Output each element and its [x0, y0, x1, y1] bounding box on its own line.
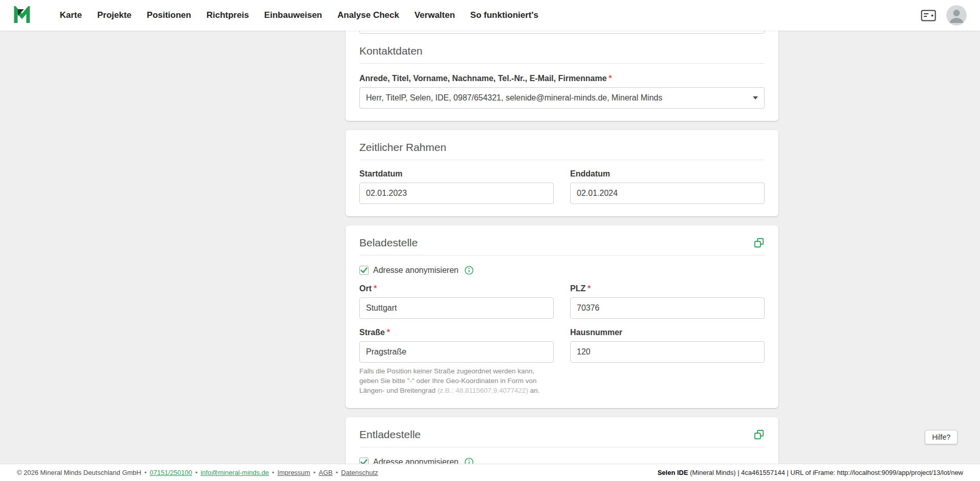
- beladestelle-plz-input[interactable]: [570, 297, 765, 319]
- ort-label-text: Ort: [359, 284, 372, 293]
- startdatum-field: Startdatum: [359, 169, 554, 204]
- copy-icon[interactable]: [753, 237, 765, 248]
- footer-separator: •: [313, 469, 316, 476]
- footer-separator: •: [144, 469, 147, 476]
- hausnummer-label: Hausnummer: [570, 328, 765, 337]
- nav-item-karte[interactable]: Karte: [52, 6, 89, 25]
- checkbox-checked-icon[interactable]: [359, 458, 369, 464]
- footer-phone-link[interactable]: 07151/250100: [150, 469, 192, 476]
- required-asterisk: *: [609, 74, 612, 83]
- info-icon[interactable]: [464, 266, 474, 275]
- nav-right-actions: [921, 5, 967, 26]
- footer-session-info: (Mineral Minds) | 4ca461557144 | URL of …: [688, 469, 963, 476]
- nav-item-richtpreis[interactable]: Richtpreis: [199, 6, 256, 25]
- kontaktdaten-card: Kontaktdaten Anrede, Titel, Vorname, Nac…: [346, 31, 778, 121]
- footer-user-name: Selen IDE: [657, 469, 688, 476]
- entladestelle-card: Entladestelle Adresse anonymisieren: [346, 417, 778, 464]
- divider: [359, 447, 765, 447]
- footer-left: © 2026 Mineral Minds Deutschland GmbH • …: [17, 469, 378, 476]
- contact-field-label: Anrede, Titel, Vorname, Nachname, Tel.-N…: [359, 74, 765, 83]
- beladestelle-ort-field: Ort*: [359, 284, 554, 319]
- mineral-minds-logo-icon: [13, 6, 33, 24]
- terminal-icon[interactable]: [921, 10, 936, 21]
- entladestelle-heading-row: Entladestelle: [359, 428, 765, 441]
- truncated-top-input[interactable]: [359, 31, 765, 34]
- footer-separator: •: [195, 469, 198, 476]
- divider: [359, 160, 765, 160]
- divider: [359, 63, 765, 64]
- beladestelle-hausnummer-field: Hausnummer: [570, 328, 765, 363]
- nav-item-verwalten[interactable]: Verwalten: [407, 6, 462, 25]
- enddatum-input[interactable]: [570, 183, 765, 204]
- kontaktdaten-heading: Kontaktdaten: [359, 45, 765, 57]
- footer-link-agb[interactable]: AGB: [318, 469, 332, 476]
- beladestelle-anonymize-row[interactable]: Adresse anonymisieren: [359, 266, 765, 275]
- nav-item-analyse-check[interactable]: Analyse Check: [330, 6, 407, 25]
- beladestelle-heading: Beladestelle: [359, 237, 418, 249]
- anonymize-label: Adresse anonymisieren: [373, 266, 458, 275]
- beladestelle-fields: Ort* PLZ* Straße* Falls die P: [359, 284, 765, 396]
- required-asterisk: *: [587, 284, 591, 293]
- footer-separator: •: [272, 469, 275, 476]
- timeframe-fields: Startdatum Enddatum: [359, 169, 765, 204]
- strasse-label-text: Straße: [359, 328, 385, 337]
- strasse-label: Straße*: [359, 328, 554, 337]
- divider: [359, 255, 765, 256]
- footer-separator: •: [336, 469, 338, 476]
- enddatum-label: Enddatum: [570, 169, 765, 179]
- startdatum-label: Startdatum: [359, 169, 554, 179]
- nav-item-positionen[interactable]: Positionen: [139, 6, 199, 25]
- beladestelle-card: Beladestelle Adresse anonymisieren: [346, 225, 778, 408]
- logo[interactable]: [13, 6, 33, 24]
- required-asterisk: *: [374, 284, 377, 293]
- info-icon[interactable]: [464, 458, 474, 464]
- strasse-helper-text: Falls die Position keiner Straße zugeord…: [359, 367, 554, 396]
- beladestelle-strasse-field: Straße* Falls die Position keiner Straße…: [359, 328, 554, 396]
- plz-label-text: PLZ: [570, 284, 585, 293]
- zeitlicher-rahmen-heading: Zeitlicher Rahmen: [359, 141, 765, 154]
- required-asterisk: *: [387, 328, 390, 337]
- entladestelle-anonymize-row[interactable]: Adresse anonymisieren: [359, 458, 765, 464]
- copyright-text: © 2026 Mineral Minds Deutschland GmbH: [17, 469, 141, 476]
- chevron-down-icon: [753, 96, 758, 99]
- enddatum-field: Enddatum: [570, 169, 765, 204]
- helper-text-end: an.: [528, 387, 540, 394]
- contact-field-label-text: Anrede, Titel, Vorname, Nachname, Tel.-N…: [359, 74, 607, 83]
- top-navigation: Karte Projekte Positionen Richtpreis Ein…: [0, 0, 980, 31]
- main-nav: Karte Projekte Positionen Richtpreis Ein…: [52, 6, 546, 25]
- help-button[interactable]: Hilfe?: [925, 430, 958, 444]
- beladestelle-strasse-input[interactable]: [359, 341, 554, 363]
- startdatum-input[interactable]: [359, 183, 554, 204]
- nav-item-so-funktionierts[interactable]: So funktioniert's: [462, 6, 546, 25]
- helper-text-example: (z.B.: 48.8115607,9.4077422): [437, 387, 528, 394]
- nav-item-projekte[interactable]: Projekte: [89, 6, 139, 25]
- contact-select[interactable]: Herr, TitelP, Selen, IDE, 0987/654321, s…: [359, 87, 765, 109]
- footer-link-impressum[interactable]: Impressum: [277, 469, 310, 476]
- footer-right: Selen IDE (Mineral Minds) | 4ca461557144…: [657, 469, 963, 476]
- checkbox-checked-icon[interactable]: [359, 266, 369, 275]
- contact-select-value: Herr, TitelP, Selen, IDE, 0987/654321, s…: [366, 93, 663, 103]
- entladestelle-heading: Entladestelle: [359, 428, 421, 441]
- person-icon: [946, 5, 967, 26]
- main-scroll-area[interactable]: Kontaktdaten Anrede, Titel, Vorname, Nac…: [0, 31, 980, 464]
- form-column: Kontaktdaten Anrede, Titel, Vorname, Nac…: [346, 31, 778, 464]
- beladestelle-hausnummer-input[interactable]: [570, 341, 765, 363]
- zeitlicher-rahmen-card: Zeitlicher Rahmen Startdatum Enddatum: [346, 130, 778, 216]
- anonymize-label: Adresse anonymisieren: [373, 458, 458, 464]
- beladestelle-plz-field: PLZ*: [570, 284, 765, 319]
- footer-link-datenschutz[interactable]: Datenschutz: [341, 469, 378, 476]
- footer: © 2026 Mineral Minds Deutschland GmbH • …: [0, 464, 980, 481]
- beladestelle-ort-input[interactable]: [359, 297, 554, 319]
- nav-item-einbauweisen[interactable]: Einbauweisen: [257, 6, 330, 25]
- plz-label: PLZ*: [570, 284, 765, 293]
- beladestelle-heading-row: Beladestelle: [359, 237, 765, 249]
- ort-label: Ort*: [359, 284, 554, 293]
- user-avatar[interactable]: [946, 5, 967, 26]
- footer-email-link[interactable]: info@mineral-minds.de: [201, 469, 269, 476]
- copy-icon[interactable]: [753, 429, 765, 440]
